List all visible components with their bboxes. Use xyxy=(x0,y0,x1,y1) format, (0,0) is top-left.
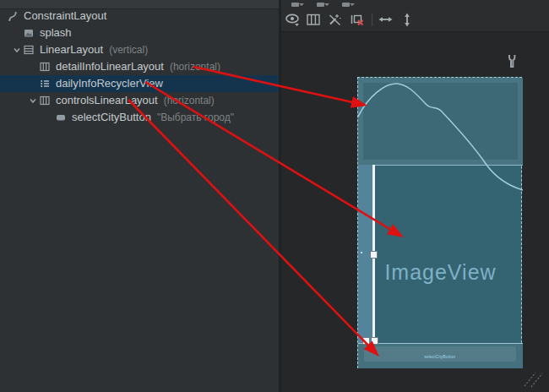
linear-layout-horizontal-icon xyxy=(39,95,51,106)
component-tree-panel: ConstraintLayout splash LinearLayout (ve… xyxy=(0,0,279,392)
tree-item-label: controlsLinearLayout xyxy=(56,92,158,109)
selection-handle-mid-left[interactable] xyxy=(370,251,378,259)
tree-item-label: selectCityButton xyxy=(72,109,151,126)
layout-editor-window: ConstraintLayout splash LinearLayout (ve… xyxy=(0,0,549,392)
constraint-layout-icon xyxy=(7,10,19,22)
selection-handle-bottom-left[interactable] xyxy=(362,337,370,345)
clear-all-constraints-icon[interactable] xyxy=(349,12,365,28)
recycler-view-list-icon xyxy=(39,78,51,90)
component-tree: ConstraintLayout splash LinearLayout (ve… xyxy=(0,8,279,126)
toolbar-overflow-icon[interactable] xyxy=(291,3,299,7)
select-city-button-preview-label: selectCityButton xyxy=(425,350,456,362)
tree-item-detailinfolinearlayout[interactable]: detailInfoLinearLayout (horizontal) xyxy=(0,58,279,75)
tree-item-label: ConstraintLayout xyxy=(24,8,106,24)
tree-item-linearlayout[interactable]: LinearLayout (vertical) xyxy=(0,41,279,58)
button-icon xyxy=(55,112,67,123)
tree-item-dailyinforecyclerview[interactable]: dailyInfoRecyclerView xyxy=(0,75,279,92)
wrench-icon[interactable] xyxy=(505,53,519,70)
tree-item-annotation: (horizontal) xyxy=(164,92,215,109)
expand-horizontal-icon[interactable] xyxy=(378,12,394,28)
selection-handle-bottom[interactable] xyxy=(371,337,378,345)
design-surface-panel: ImageView selectCityButton xyxy=(281,0,549,392)
tree-item-selectcitybutton[interactable]: selectCityButton "Выбрать город" xyxy=(0,109,279,126)
device-preview[interactable]: ImageView selectCityButton xyxy=(357,77,522,368)
tree-item-annotation: (horizontal) xyxy=(170,58,220,75)
toolbar-separator xyxy=(372,14,372,26)
tree-item-splash[interactable]: splash xyxy=(0,24,279,41)
autoconnect-off-icon[interactable] xyxy=(327,12,343,28)
tree-item-annotation: (vertical) xyxy=(109,41,148,58)
linear-layout-vertical-icon xyxy=(23,44,35,56)
tree-item-label: LinearLayout xyxy=(40,41,103,58)
select-city-button-preview[interactable]: selectCityButton xyxy=(364,346,516,362)
toolbar-overflow-icon[interactable] xyxy=(342,3,350,7)
chevron-down-icon[interactable] xyxy=(11,44,23,56)
design-surface-toolbar xyxy=(281,8,549,32)
tree-item-controlslinearlayout[interactable]: controlsLinearLayout (horizontal) xyxy=(0,92,279,109)
controls-bar-preview[interactable]: selectCityButton xyxy=(358,343,523,368)
column-guides-icon[interactable] xyxy=(306,12,322,28)
tree-item-label: splash xyxy=(40,24,72,41)
chevron-down-icon[interactable] xyxy=(27,95,39,106)
linear-layout-horizontal-icon xyxy=(39,61,51,73)
tree-item-label: detailInfoLinearLayout xyxy=(56,58,164,75)
expand-vertical-icon[interactable] xyxy=(400,12,416,28)
tree-item-label: dailyInfoRecyclerView xyxy=(56,75,163,92)
selection-anchor-dot xyxy=(361,252,362,253)
tree-item-annotation: "Выбрать город" xyxy=(157,109,234,126)
splash-imageview-preview[interactable] xyxy=(358,78,523,166)
view-options-icon[interactable] xyxy=(285,12,301,28)
imageview-placeholder-label: ImageView xyxy=(358,260,523,285)
image-icon xyxy=(23,27,35,39)
tree-item-constraintlayout[interactable]: ConstraintLayout xyxy=(0,8,279,24)
canvas-resize-handle[interactable] xyxy=(523,369,545,388)
toolbar-overflow-icon[interactable] xyxy=(317,3,324,7)
